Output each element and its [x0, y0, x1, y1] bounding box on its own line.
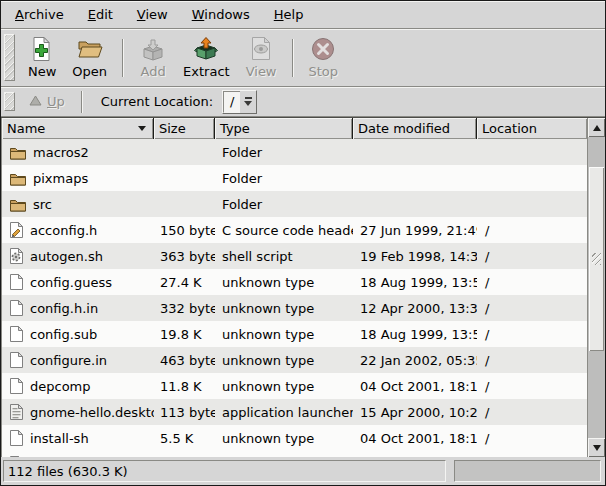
up-button[interactable]: Up	[20, 92, 74, 111]
location-bar: Up Current Location: /	[1, 87, 605, 117]
location-cell: /	[477, 399, 587, 425]
size-cell: 19.8 K	[154, 321, 215, 347]
type-cell: Folder	[215, 139, 353, 165]
file-name: install-sh	[30, 431, 89, 446]
location-cell: /	[477, 295, 587, 321]
size-cell: 363 bytes	[154, 243, 215, 269]
combo-arrow-bar	[245, 97, 252, 99]
file-name: config.h.in	[30, 301, 98, 316]
new-button[interactable]: New	[20, 32, 64, 83]
view-button-label: View	[246, 64, 277, 79]
vertical-scrollbar[interactable]	[587, 118, 605, 457]
table-row[interactable]: macros2Folder	[2, 139, 587, 165]
view-button: View	[238, 32, 285, 83]
chevron-down-icon	[244, 101, 252, 106]
new-button-label: New	[28, 64, 56, 79]
size-cell: 332 bytes	[154, 295, 215, 321]
name-cell: pixmaps	[2, 165, 154, 191]
status-text: 112 files (630.3 K)	[8, 464, 128, 479]
archive-manager-window: ArchiveEditViewWindowsHelp NewOpenAddExt…	[0, 0, 606, 486]
toolbar-separator	[292, 39, 294, 77]
location-cell: /	[477, 269, 587, 295]
c-header-icon	[9, 221, 24, 239]
column-header-date-modified[interactable]: Date modified	[353, 118, 477, 139]
scroll-up-button[interactable]	[588, 118, 605, 137]
scroll-up-icon	[593, 125, 601, 131]
table-row[interactable]: gnome-hello.desktop113 bytesapplication …	[2, 399, 587, 425]
toolbar-separator	[122, 39, 124, 77]
scrollbar-grip	[592, 253, 601, 265]
table-row[interactable]: pixmapsFolder	[2, 165, 587, 191]
size-cell	[154, 191, 215, 217]
date-modified-cell: 27 Jun 1999, 21:49	[353, 217, 477, 243]
location-cell: /	[477, 347, 587, 373]
size-cell: 5.5 K	[154, 425, 215, 451]
column-header-name[interactable]: Name	[2, 118, 154, 139]
menu-item-edit[interactable]: Edit	[76, 7, 125, 22]
name-cell: config.guess	[2, 269, 154, 295]
column-header-label: Size	[159, 121, 186, 136]
file-name: depcomp	[30, 379, 91, 394]
column-header-label: Type	[220, 121, 250, 136]
file-name: config.guess	[30, 275, 112, 290]
column-header-label: Location	[482, 121, 537, 136]
name-cell: depcomp	[2, 373, 154, 399]
type-cell: shell script	[215, 243, 353, 269]
type-cell: unknown type	[215, 269, 353, 295]
status-message-box: 112 files (630.3 K)	[3, 460, 446, 482]
file-name: acconfig.h	[30, 223, 97, 238]
size-cell	[154, 139, 215, 165]
table-row[interactable]: config.guess27.4 Kunknown type18 Aug 199…	[2, 269, 587, 295]
location-cell: /	[477, 217, 587, 243]
open-button[interactable]: Open	[64, 32, 115, 83]
menu-item-view[interactable]: View	[125, 7, 180, 22]
progress-bar-trough	[454, 460, 601, 482]
date-modified-cell: 18 Aug 1999, 13:53	[353, 269, 477, 295]
menu-item-help[interactable]: Help	[262, 7, 316, 22]
column-header-label: Date modified	[358, 121, 450, 136]
location-combo-dropdown-button[interactable]	[240, 91, 256, 113]
menu-item-archive[interactable]: Archive	[3, 7, 76, 22]
table-row[interactable]: config.sub19.8 Kunknown type18 Aug 1999,…	[2, 321, 587, 347]
document-icon	[9, 377, 24, 395]
size-cell: 27.4 K	[154, 269, 215, 295]
type-cell: unknown type	[215, 347, 353, 373]
scrollbar-thumb[interactable]	[589, 167, 604, 351]
open-archive-icon	[76, 35, 104, 63]
document-icon	[9, 299, 24, 317]
table-row[interactable]: configure.in463 bytesunknown type22 Jan …	[2, 347, 587, 373]
table-row[interactable]: autogen.sh363 bytesshell script19 Feb 19…	[2, 243, 587, 269]
add-button: Add	[131, 32, 175, 83]
folder-icon	[9, 171, 27, 186]
menu-bar: ArchiveEditViewWindowsHelp	[1, 1, 605, 29]
table-row[interactable]: install-sh5.5 Kunknown type04 Oct 2001, …	[2, 425, 587, 451]
size-cell: 150 bytes	[154, 217, 215, 243]
location-combo-value[interactable]: /	[223, 91, 240, 113]
type-cell: application launcher	[215, 399, 353, 425]
location-combo[interactable]: /	[222, 90, 257, 114]
open-button-label: Open	[72, 64, 107, 79]
column-header-label: Name	[7, 121, 45, 136]
name-cell: gnome-hello.desktop	[2, 399, 154, 425]
date-modified-cell: 15 Apr 2000, 10:21	[353, 399, 477, 425]
column-header-location[interactable]: Location	[477, 118, 587, 139]
document-icon	[9, 325, 24, 343]
file-name: gnome-hello.desktop	[30, 405, 154, 420]
table-row[interactable]: config.h.in332 bytesunknown type12 Apr 2…	[2, 295, 587, 321]
file-name: pixmaps	[33, 171, 88, 186]
up-arrow-icon	[29, 94, 42, 109]
location-cell: /	[477, 425, 587, 451]
toolbar-drag-handle[interactable]	[4, 34, 15, 81]
location-bar-drag-handle[interactable]	[4, 92, 15, 111]
menu-item-windows[interactable]: Windows	[180, 7, 262, 22]
column-header-size[interactable]: Size	[154, 118, 215, 139]
column-header-type[interactable]: Type	[215, 118, 353, 139]
file-name: configure.in	[30, 353, 107, 368]
table-row[interactable]: acconfig.h150 bytesC source code header2…	[2, 217, 587, 243]
table-row[interactable]: depcomp11.8 Kunknown type04 Oct 2001, 18…	[2, 373, 587, 399]
name-cell: src	[2, 191, 154, 217]
scroll-down-button[interactable]	[588, 438, 605, 457]
location-cell	[477, 191, 587, 217]
extract-button[interactable]: Extract	[175, 32, 238, 83]
table-row[interactable]: srcFolder	[2, 191, 587, 217]
